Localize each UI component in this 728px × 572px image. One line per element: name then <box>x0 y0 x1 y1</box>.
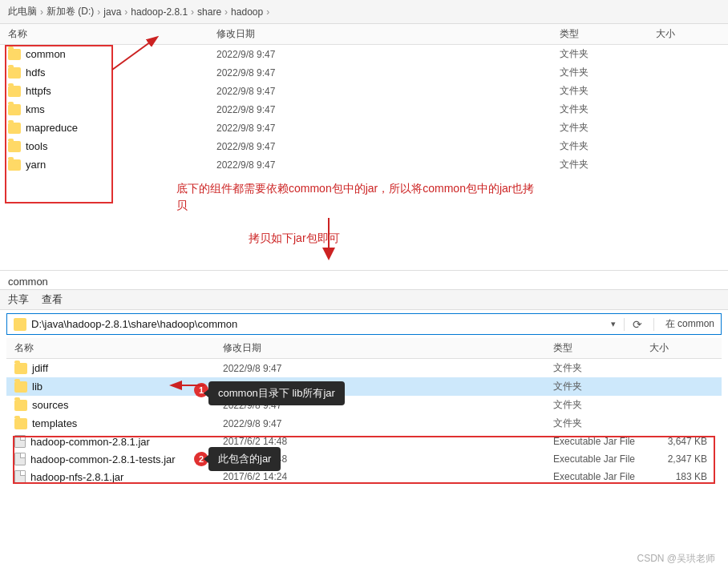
file-name-text: tools <box>26 140 47 152</box>
file-date: 2022/9/8 9:47 <box>216 49 560 60</box>
file-type: Executable Jar File <box>553 453 649 465</box>
address-sep <box>624 318 625 331</box>
filename: sources <box>14 399 223 411</box>
top-file-list-header: 名称 修改日期 类型 大小 <box>0 24 728 45</box>
bottom-file-row[interactable]: lib 2022/9/8 9:47 文件夹 <box>6 377 722 396</box>
bottom-file-row[interactable]: templates 2022/9/8 9:47 文件夹 <box>6 414 722 433</box>
top-file-explorer: 此电脑 › 新加卷 (D:) › java › hadoop-2.8.1 › s… <box>0 0 728 270</box>
folder-icon <box>8 86 21 97</box>
annotation-text-2: 拷贝如下jar包即可 <box>249 230 340 247</box>
folder-icon <box>8 123 21 134</box>
top-file-rows: common 2022/9/8 9:47 文件夹 hdfs 2022/9/8 9… <box>0 45 728 174</box>
toolbar-share[interactable]: 共享 <box>8 292 29 307</box>
folder-icon <box>8 104 21 115</box>
file-date: 2022/9/8 9:47 <box>216 67 560 79</box>
folder-icon <box>8 49 21 60</box>
file-name-text: common <box>26 48 66 60</box>
search-label: 在 common <box>665 317 714 331</box>
bottom-file-rows: jdiff 2022/9/8 9:47 文件夹 lib 2022/9/8 9:4… <box>0 359 728 485</box>
annotation-area-top: 底下的组件都需要依赖common包中的jar，所以将common包中的jar也拷… <box>0 174 728 270</box>
file-type: 文件夹 <box>560 139 656 153</box>
bottom-file-row[interactable]: hadoop-common-2.8.1.jar 2017/6/2 14:48 E… <box>6 433 722 450</box>
folder-icon <box>14 381 27 393</box>
toolbar-view[interactable]: 查看 <box>42 292 63 307</box>
breadcrumb[interactable]: 此电脑 › 新加卷 (D:) › java › hadoop-2.8.1 › s… <box>0 0 728 24</box>
file-date: 2022/9/8 9:47 <box>216 86 560 97</box>
file-date: 2022/9/8 9:47 <box>216 123 560 134</box>
filename: tools <box>8 140 216 152</box>
toolbar-bar: 共享 查看 <box>0 289 728 310</box>
filename: kms <box>8 103 216 115</box>
file-type: 文件夹 <box>553 417 649 430</box>
bottom-file-row[interactable]: hadoop-nfs-2.8.1.jar 2017/6/2 14:24 Exec… <box>6 468 722 485</box>
breadcrumb-item-4[interactable]: share <box>197 6 221 18</box>
file-type: 文件夹 <box>553 398 649 412</box>
file-name-text: hdfs <box>26 66 46 79</box>
filename: templates <box>14 417 223 429</box>
file-name-text: templates <box>32 417 77 429</box>
file-date: 2022/9/8 9:47 <box>216 104 560 115</box>
file-date: 2017/6/2 14:48 <box>223 436 553 447</box>
filename: hdfs <box>8 66 216 79</box>
file-type: 文件夹 <box>560 66 656 79</box>
explorer-title: common <box>0 271 728 289</box>
filename: hadoop-common-2.8.1.jar <box>14 435 223 448</box>
bottom-file-row[interactable]: hadoop-common-2.8.1-tests.jar 2017/6/2 1… <box>6 450 722 468</box>
filename: hadoop-common-2.8.1-tests.jar <box>14 453 223 465</box>
tooltip-jar: 此包含的jar <box>208 447 281 471</box>
col-date[interactable]: 修改日期 <box>216 27 560 41</box>
top-file-row[interactable]: common 2022/9/8 9:47 文件夹 <box>0 45 728 63</box>
folder-icon <box>8 67 21 79</box>
file-type: 文件夹 <box>560 47 656 61</box>
file-date: 2022/9/8 9:47 <box>223 363 553 374</box>
breadcrumb-item-0[interactable]: 此电脑 <box>8 5 37 18</box>
breadcrumb-item-5[interactable]: hadoop <box>231 6 263 18</box>
page-container: 此电脑 › 新加卷 (D:) › java › hadoop-2.8.1 › s… <box>0 0 728 572</box>
file-date: 2022/9/8 9:47 <box>216 141 560 152</box>
file-name-text: sources <box>32 399 69 411</box>
address-dropdown-icon[interactable]: ▾ <box>611 319 616 329</box>
top-file-row[interactable]: httpfs 2022/9/8 9:47 文件夹 <box>0 82 728 100</box>
file-type: 文件夹 <box>560 121 656 135</box>
folder-icon <box>8 141 21 152</box>
top-file-row[interactable]: kms 2022/9/8 9:47 文件夹 <box>0 100 728 119</box>
jar-file-icon <box>14 435 26 448</box>
file-name-text: mapreduce <box>26 122 78 134</box>
bottom-file-row[interactable]: sources 2022/9/8 9:47 文件夹 <box>6 396 722 414</box>
breadcrumb-item-3[interactable]: hadoop-2.8.1 <box>131 6 188 18</box>
bottom-file-list-header: 名称 修改日期 类型 大小 <box>6 338 722 359</box>
filename: jdiff <box>14 362 223 374</box>
file-date: 2022/9/8 9:47 <box>216 159 560 171</box>
jar-file-icon <box>14 470 26 483</box>
bottom-file-row[interactable]: jdiff 2022/9/8 9:47 文件夹 <box>6 359 722 377</box>
bottom-col-type[interactable]: 类型 <box>553 341 649 355</box>
bottom-col-name[interactable]: 名称 <box>14 341 223 355</box>
address-bar[interactable]: D:\java\hadoop-2.8.1\share\hadoop\common… <box>6 313 722 335</box>
file-type: 文件夹 <box>560 158 656 171</box>
file-name-text: yarn <box>26 159 46 171</box>
col-size[interactable]: 大小 <box>656 27 720 41</box>
tooltip-lib: common目录下 lib所有jar <box>208 381 345 405</box>
file-name-text: lib <box>32 381 42 393</box>
top-file-row[interactable]: tools 2022/9/8 9:47 文件夹 <box>0 137 728 155</box>
breadcrumb-item-1[interactable]: 新加卷 (D:) <box>47 5 94 18</box>
col-name[interactable]: 名称 <box>8 27 216 41</box>
top-file-row[interactable]: hdfs 2022/9/8 9:47 文件夹 <box>0 63 728 82</box>
file-date: 2022/9/8 9:47 <box>223 418 553 429</box>
bottom-col-size[interactable]: 大小 <box>649 341 714 355</box>
file-size: 3,647 KB <box>649 436 714 447</box>
breadcrumb-item-2[interactable]: java <box>103 6 121 18</box>
annotation-text-1: 底下的组件都需要依赖common包中的jar，所以将common包中的jar也拷… <box>176 180 534 214</box>
file-size: 183 KB <box>649 471 714 482</box>
address-refresh-icon[interactable]: ⟳ <box>633 318 642 331</box>
col-type[interactable]: 类型 <box>560 27 656 41</box>
bottom-col-date[interactable]: 修改日期 <box>223 341 553 355</box>
top-file-row[interactable]: yarn 2022/9/8 9:47 文件夹 <box>0 155 728 174</box>
top-file-row[interactable]: mapreduce 2022/9/8 9:47 文件夹 <box>0 119 728 137</box>
file-size: 2,347 KB <box>649 453 714 465</box>
file-name-text: hadoop-common-2.8.1-tests.jar <box>30 453 176 465</box>
file-name-text: hadoop-nfs-2.8.1.jar <box>30 471 123 483</box>
file-type: 文件夹 <box>560 84 656 98</box>
file-type: 文件夹 <box>553 361 649 375</box>
file-type: Executable Jar File <box>553 436 649 447</box>
